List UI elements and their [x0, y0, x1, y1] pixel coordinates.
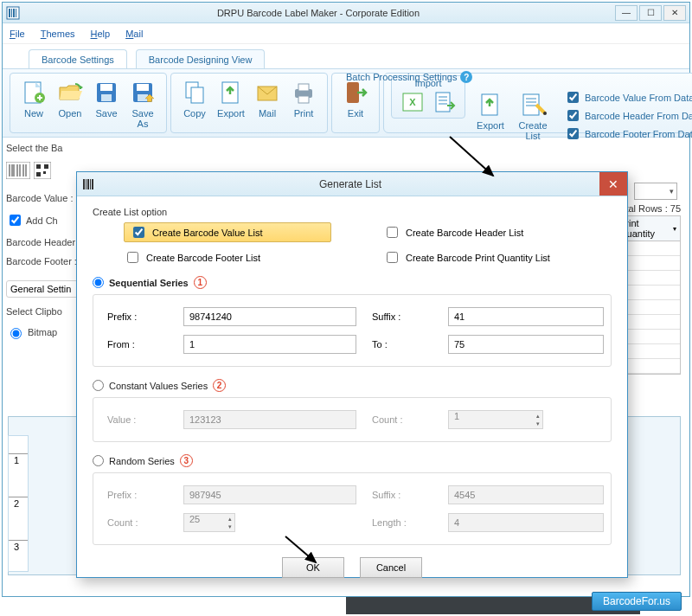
seq-to-input[interactable] [448, 335, 604, 354]
chk-header-sheet[interactable]: Barcode Header From Data Sheet [564, 107, 692, 124]
import-text-button[interactable] [428, 88, 459, 116]
window-title: DRPU Barcode Label Maker - Corporate Edi… [23, 8, 613, 18]
svg-rect-2 [11, 9, 12, 17]
seq-prefix-label: Prefix : [107, 311, 168, 322]
value-label: Barcode Value : [6, 193, 87, 203]
combo-right[interactable] [634, 183, 677, 200]
cancel-button[interactable]: Cancel [360, 557, 422, 578]
constant-radio[interactable]: Constant Values Series 2 [93, 379, 612, 392]
svg-rect-20 [347, 82, 359, 103]
svg-rect-14 [191, 87, 203, 103]
rand-suffix-label: Suffix : [372, 490, 432, 500]
open-button[interactable]: Open [52, 77, 88, 120]
rand-suffix-input [448, 485, 604, 504]
svg-point-26 [543, 112, 547, 115]
opt-print-qty-list[interactable]: Create Barcode Print Quantity List [383, 249, 591, 266]
close-button[interactable]: ✕ [663, 5, 686, 21]
new-button[interactable]: New [16, 77, 52, 120]
tabstrip: Barcode Settings Barcode Designing View [3, 44, 689, 68]
menu-themes[interactable]: Themes [41, 29, 75, 39]
watermark: BarcodeFor.us [592, 592, 682, 611]
vertical-ruler: 1 2 3 [8, 435, 29, 572]
left-panel: Select the Ba Barcode Value : Add Ch Bar… [6, 143, 87, 348]
svg-rect-1 [9, 9, 10, 17]
svg-rect-42 [87, 179, 89, 189]
random-radio[interactable]: Random Series 3 [93, 454, 612, 467]
svg-rect-4 [16, 9, 16, 17]
batch-export-button[interactable]: Export [472, 89, 509, 143]
opt-value-list[interactable]: Create Barcode Value List [124, 222, 331, 242]
app-icon [6, 6, 20, 20]
rand-length-input [448, 513, 604, 532]
save-button[interactable]: Save [88, 77, 125, 120]
annotation-1: 1 [194, 276, 207, 289]
rand-count-label: Count : [107, 517, 168, 528]
menu-mail[interactable]: Mail [125, 29, 143, 39]
ribbon: New Open Save Save As Copy Export Mail P… [3, 68, 689, 138]
rand-prefix-input [183, 485, 356, 504]
help-icon[interactable]: ? [460, 71, 472, 83]
export-button[interactable]: Export [213, 77, 249, 120]
seq-suffix-input[interactable] [448, 307, 604, 326]
tab-designing-view[interactable]: Barcode Designing View [136, 49, 266, 68]
svg-rect-3 [13, 9, 15, 17]
barcode-1d-icon[interactable] [6, 162, 30, 179]
ok-button[interactable]: OK [282, 557, 344, 578]
copy-button[interactable]: Copy [176, 77, 213, 120]
barcode-2d-icon[interactable] [34, 162, 51, 179]
menu-file[interactable]: File [10, 29, 25, 39]
chk-footer-sheet[interactable]: Barcode Footer From Data Sheet [564, 125, 692, 142]
barcode-type-icons [6, 162, 87, 179]
print-button[interactable]: Print [285, 77, 322, 120]
exit-button[interactable]: Exit [337, 77, 374, 120]
seq-prefix-input[interactable] [183, 307, 356, 326]
annotation-2: 2 [213, 379, 226, 392]
addch-checkbox[interactable]: Add Ch [6, 212, 87, 228]
header-label: Barcode Header : [6, 237, 87, 247]
opt-footer-list[interactable]: Create Barcode Footer List [124, 249, 331, 266]
svg-rect-43 [90, 179, 91, 189]
ribbon-file-group: New Open Save Save As [10, 73, 167, 133]
maximize-button[interactable]: ☐ [639, 5, 662, 21]
const-value-input [183, 410, 356, 429]
svg-rect-9 [101, 94, 112, 101]
const-count-label: Count : [372, 414, 432, 425]
batch-checkboxes: Barcode Value From Data Sheet Barcode He… [564, 75, 692, 142]
menu-help[interactable]: Help [91, 29, 111, 39]
svg-rect-11 [137, 84, 149, 91]
svg-rect-37 [44, 164, 48, 169]
generate-list-dialog: Generate List ✕ Create List option Creat… [76, 171, 628, 578]
svg-rect-39 [43, 171, 46, 174]
svg-text:X: X [409, 97, 416, 107]
dialog-close-button[interactable]: ✕ [599, 172, 627, 196]
tab-barcode-settings[interactable]: Barcode Settings [29, 49, 127, 68]
svg-rect-41 [86, 179, 86, 189]
footer-label: Barcode Footer : [6, 256, 87, 266]
rand-count-input: 25 [183, 513, 235, 532]
svg-rect-40 [83, 179, 85, 189]
seq-suffix-label: Suffix : [372, 311, 432, 322]
dialog-titlebar: Generate List ✕ [77, 172, 627, 196]
mail-button[interactable]: Mail [249, 77, 285, 120]
sequential-radio[interactable]: Sequential Series 1 [93, 276, 612, 289]
svg-rect-23 [436, 93, 450, 112]
import-excel-button[interactable]: X [397, 88, 428, 116]
bitmap-radio[interactable]: Bitmap [6, 325, 87, 339]
sequential-fieldset: Prefix : Suffix : From : To : [93, 294, 612, 367]
random-fieldset: Prefix : Suffix : Count : 25 Length : [93, 472, 612, 545]
chk-value-sheet[interactable]: Barcode Value From Data Sheet [564, 89, 692, 106]
seq-from-label: From : [107, 339, 168, 350]
create-list-button[interactable]: Create List [509, 89, 557, 143]
rand-prefix-label: Prefix : [107, 490, 168, 500]
seq-from-input[interactable] [183, 335, 356, 354]
create-list-option-label: Create List option [93, 207, 612, 217]
svg-rect-8 [100, 84, 112, 91]
opt-header-list[interactable]: Create Barcode Header List [383, 222, 591, 242]
general-settings-tab[interactable]: General Settin [6, 280, 87, 298]
annotation-3: 3 [180, 454, 193, 467]
batch-title: Batch Processing Settings? [346, 71, 472, 83]
saveas-button[interactable]: Save As [125, 77, 161, 131]
minimize-button[interactable]: — [615, 5, 638, 21]
constant-fieldset: Value : Count : 1 [93, 397, 612, 442]
titlebar: DRPU Barcode Label Maker - Corporate Edi… [3, 3, 689, 23]
